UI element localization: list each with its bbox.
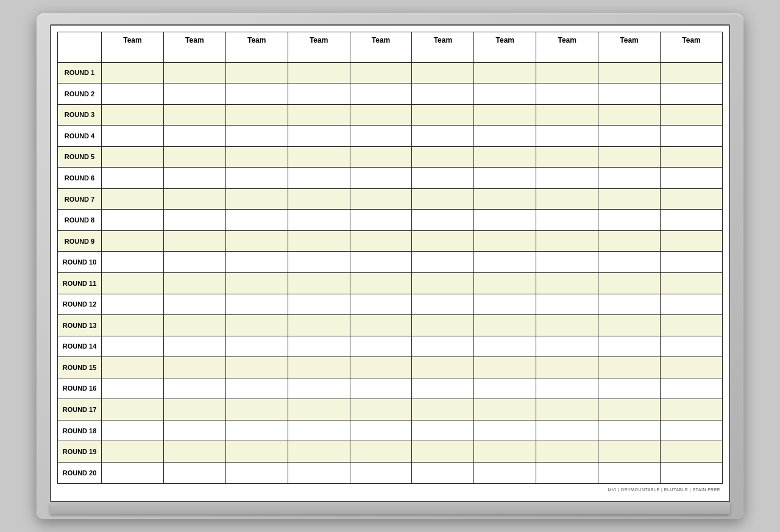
cell-r17-c9[interactable] <box>598 399 661 420</box>
cell-r13-c9[interactable] <box>598 315 661 336</box>
cell-r10-c6[interactable] <box>412 252 474 273</box>
cell-r14-c2[interactable] <box>163 336 225 357</box>
cell-r14-c9[interactable] <box>598 336 661 357</box>
cell-r10-c9[interactable] <box>598 252 661 273</box>
cell-r15-c3[interactable] <box>225 357 288 378</box>
cell-r9-c3[interactable] <box>225 230 288 252</box>
cell-r5-c4[interactable] <box>288 146 350 168</box>
cell-r12-c8[interactable] <box>536 294 598 315</box>
cell-r17-c3[interactable] <box>225 399 288 420</box>
cell-r11-c4[interactable] <box>288 272 350 294</box>
cell-r18-c4[interactable] <box>288 420 350 441</box>
cell-r17-c8[interactable] <box>536 399 598 420</box>
cell-r8-c7[interactable] <box>474 210 536 231</box>
cell-r7-c4[interactable] <box>288 188 350 210</box>
cell-r2-c5[interactable] <box>350 83 412 105</box>
cell-r19-c3[interactable] <box>225 441 288 463</box>
cell-r10-c2[interactable] <box>163 252 225 273</box>
cell-r11-c5[interactable] <box>350 272 412 294</box>
cell-r13-c4[interactable] <box>288 315 350 336</box>
cell-r4-c1[interactable] <box>102 126 164 147</box>
cell-r18-c5[interactable] <box>350 420 412 441</box>
cell-r4-c6[interactable] <box>412 126 474 147</box>
cell-r7-c7[interactable] <box>474 188 536 210</box>
cell-r12-c6[interactable] <box>412 294 474 315</box>
cell-r14-c4[interactable] <box>288 336 350 357</box>
cell-r14-c1[interactable] <box>102 336 164 357</box>
cell-r20-c2[interactable] <box>163 462 225 483</box>
cell-r3-c1[interactable] <box>102 104 164 126</box>
cell-r6-c7[interactable] <box>474 168 536 189</box>
cell-r2-c9[interactable] <box>598 83 661 105</box>
cell-r6-c9[interactable] <box>598 168 661 189</box>
cell-r4-c5[interactable] <box>350 126 412 147</box>
cell-r14-c5[interactable] <box>350 336 412 357</box>
cell-r9-c6[interactable] <box>412 230 474 252</box>
cell-r15-c1[interactable] <box>102 357 164 378</box>
cell-r15-c9[interactable] <box>598 357 661 378</box>
cell-r16-c2[interactable] <box>163 378 225 399</box>
cell-r17-c1[interactable] <box>102 399 164 420</box>
cell-r18-c10[interactable] <box>661 420 723 441</box>
cell-r18-c9[interactable] <box>598 420 661 441</box>
cell-r5-c6[interactable] <box>412 146 474 168</box>
cell-r11-c7[interactable] <box>474 272 536 294</box>
cell-r6-c3[interactable] <box>225 168 288 189</box>
cell-r16-c10[interactable] <box>661 378 723 399</box>
cell-r6-c1[interactable] <box>102 168 164 189</box>
cell-r13-c3[interactable] <box>225 315 288 336</box>
cell-r5-c3[interactable] <box>225 146 288 168</box>
cell-r3-c5[interactable] <box>350 104 412 126</box>
cell-r15-c7[interactable] <box>474 357 536 378</box>
cell-r16-c8[interactable] <box>536 378 598 399</box>
cell-r15-c2[interactable] <box>163 357 225 378</box>
cell-r19-c7[interactable] <box>474 441 536 463</box>
cell-r19-c4[interactable] <box>288 441 350 463</box>
cell-r7-c2[interactable] <box>163 188 225 210</box>
cell-r1-c4[interactable] <box>288 62 350 83</box>
cell-r5-c10[interactable] <box>661 146 723 168</box>
cell-r16-c5[interactable] <box>350 378 412 399</box>
cell-r7-c10[interactable] <box>661 188 723 210</box>
cell-r1-c9[interactable] <box>598 62 661 83</box>
cell-r3-c6[interactable] <box>412 104 474 126</box>
cell-r10-c4[interactable] <box>288 252 350 273</box>
cell-r5-c9[interactable] <box>598 146 661 168</box>
cell-r20-c9[interactable] <box>598 462 661 483</box>
cell-r17-c5[interactable] <box>350 399 412 420</box>
cell-r7-c9[interactable] <box>598 188 661 210</box>
cell-r18-c6[interactable] <box>412 420 474 441</box>
cell-r11-c3[interactable] <box>225 272 288 294</box>
cell-r19-c2[interactable] <box>163 441 225 463</box>
cell-r6-c10[interactable] <box>661 168 723 189</box>
cell-r11-c6[interactable] <box>412 272 474 294</box>
cell-r10-c5[interactable] <box>350 252 412 273</box>
cell-r13-c7[interactable] <box>474 315 536 336</box>
cell-r12-c2[interactable] <box>163 294 225 315</box>
cell-r8-c4[interactable] <box>288 210 350 231</box>
cell-r16-c6[interactable] <box>412 378 474 399</box>
cell-r14-c10[interactable] <box>661 336 723 357</box>
cell-r4-c8[interactable] <box>536 126 598 147</box>
cell-r7-c5[interactable] <box>350 188 412 210</box>
cell-r15-c5[interactable] <box>350 357 412 378</box>
cell-r9-c7[interactable] <box>474 230 536 252</box>
cell-r7-c3[interactable] <box>225 188 288 210</box>
cell-r4-c7[interactable] <box>474 126 536 147</box>
cell-r13-c10[interactable] <box>661 315 723 336</box>
cell-r12-c7[interactable] <box>474 294 536 315</box>
cell-r10-c1[interactable] <box>102 252 164 273</box>
cell-r6-c4[interactable] <box>288 168 350 189</box>
cell-r10-c10[interactable] <box>661 252 723 273</box>
cell-r19-c8[interactable] <box>536 441 598 463</box>
cell-r6-c6[interactable] <box>412 168 474 189</box>
cell-r16-c3[interactable] <box>225 378 288 399</box>
cell-r4-c3[interactable] <box>225 126 288 147</box>
cell-r2-c7[interactable] <box>474 83 536 105</box>
cell-r18-c1[interactable] <box>102 420 164 441</box>
cell-r10-c7[interactable] <box>474 252 536 273</box>
cell-r8-c8[interactable] <box>536 210 598 231</box>
cell-r13-c6[interactable] <box>412 315 474 336</box>
cell-r5-c8[interactable] <box>536 146 598 168</box>
cell-r11-c1[interactable] <box>102 272 164 294</box>
